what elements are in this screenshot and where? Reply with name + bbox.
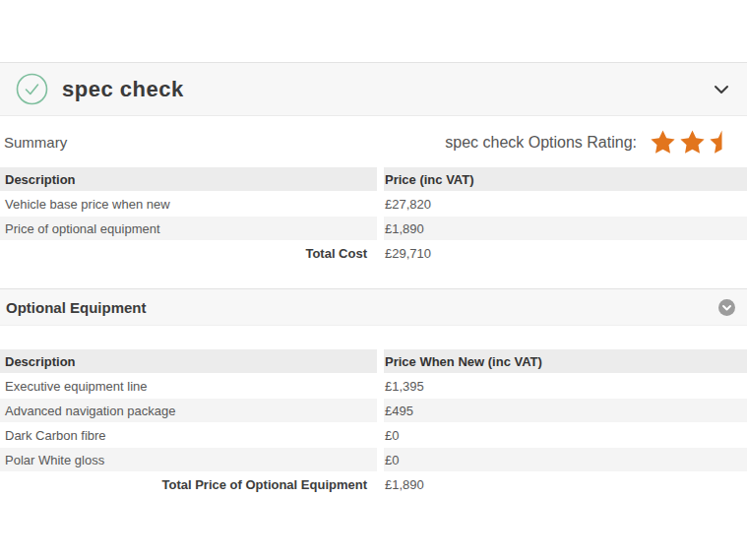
row-price: £495 bbox=[384, 399, 747, 422]
table-row: Dark Carbon fibre £0 bbox=[0, 423, 747, 447]
panel-title: spec check bbox=[62, 77, 184, 102]
total-value: £1,890 bbox=[384, 472, 747, 496]
total-row: Total Cost £29,710 bbox=[0, 241, 747, 265]
column-header-price: Price When New (inc VAT) bbox=[384, 349, 747, 373]
row-description: Dark Carbon fibre bbox=[0, 423, 377, 447]
total-value: £29,710 bbox=[384, 241, 747, 265]
table-row: Executive equipment line £1,395 bbox=[0, 374, 747, 398]
table-header-row: Description Price When New (inc VAT) bbox=[0, 349, 747, 373]
row-description: Advanced navigation package bbox=[0, 399, 377, 422]
chevron-down-icon[interactable] bbox=[712, 80, 731, 99]
chevron-down-circle-icon[interactable] bbox=[718, 299, 735, 316]
row-description: Executive equipment line bbox=[0, 374, 377, 398]
summary-table: Description Price (inc VAT) Vehicle base… bbox=[0, 167, 747, 266]
options-rating: spec check Options Rating: bbox=[445, 129, 735, 156]
row-price: £1,395 bbox=[384, 374, 747, 398]
total-label: Total Price of Optional Equipment bbox=[0, 472, 377, 496]
row-price: £0 bbox=[384, 423, 747, 447]
row-price: £1,890 bbox=[384, 217, 747, 240]
summary-row: Summary spec check Options Rating: bbox=[0, 117, 747, 167]
section-title: Optional Equipment bbox=[6, 299, 147, 316]
table-row: Price of optional equipment £1,890 bbox=[0, 217, 747, 240]
optional-equipment-table: Description Price When New (inc VAT) Exe… bbox=[0, 349, 747, 497]
table-row: Polar White gloss £0 bbox=[0, 448, 747, 471]
check-circle-icon bbox=[16, 73, 48, 105]
summary-label: Summary bbox=[4, 134, 67, 151]
column-header-price: Price (inc VAT) bbox=[384, 167, 747, 191]
spec-check-header[interactable]: spec check bbox=[0, 62, 747, 116]
table-header-row: Description Price (inc VAT) bbox=[0, 167, 747, 191]
rating-label: spec check Options Rating: bbox=[445, 134, 637, 152]
row-description: Polar White gloss bbox=[0, 448, 377, 471]
total-label: Total Cost bbox=[0, 241, 377, 265]
spec-check-panel: spec check Summary spec check Options Ra… bbox=[0, 0, 747, 560]
row-price: £0 bbox=[384, 448, 747, 471]
column-header-description: Description bbox=[0, 349, 377, 373]
row-description: Vehicle base price when new bbox=[0, 192, 377, 216]
row-price: £27,820 bbox=[384, 192, 747, 216]
row-description: Price of optional equipment bbox=[0, 217, 377, 240]
star-rating-icons bbox=[647, 129, 735, 156]
column-header-description: Description bbox=[0, 167, 377, 191]
half-star-icon bbox=[709, 129, 735, 156]
table-row: Vehicle base price when new £27,820 bbox=[0, 192, 747, 216]
star-icon bbox=[679, 129, 706, 156]
star-icon bbox=[650, 129, 676, 156]
table-row: Advanced navigation package £495 bbox=[0, 399, 747, 422]
optional-equipment-header[interactable]: Optional Equipment bbox=[0, 288, 747, 326]
total-row: Total Price of Optional Equipment £1,890 bbox=[0, 472, 747, 496]
